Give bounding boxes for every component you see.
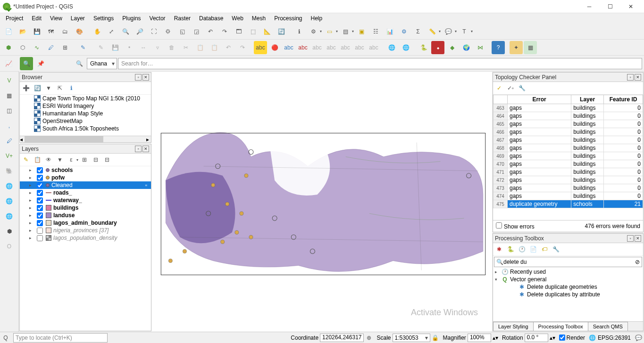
collapse-all-icon[interactable]: ⇱ — [55, 83, 65, 93]
label-props-icon[interactable]: abc — [367, 41, 380, 54]
deselect-icon[interactable]: ▣ — [355, 25, 368, 38]
quickosm-icon[interactable]: 🌐 — [385, 41, 398, 54]
text-annotation-icon[interactable]: T — [458, 25, 471, 38]
tree-item[interactable]: ▸🕐Recently used — [493, 268, 643, 276]
add-delimited-icon[interactable]: , — [2, 119, 17, 132]
expand-icon[interactable]: ▸ — [29, 190, 34, 195]
clear-search-icon[interactable]: ⊘ — [635, 259, 640, 265]
label-pin-icon[interactable]: abc — [296, 41, 309, 54]
new-print-layout-icon[interactable]: 🗺 — [44, 25, 58, 38]
scale-input[interactable]: 1:530053 — [393, 334, 430, 342]
expand-icon[interactable]: ▸ — [29, 213, 34, 218]
move-feature-icon[interactable]: ↔ — [137, 41, 150, 54]
browser-item[interactable]: South Africa 1:50k Toposheets — [20, 125, 151, 132]
expand-all-icon[interactable]: ⊞ — [79, 155, 90, 165]
new-geopackage-icon[interactable]: ⬡ — [16, 41, 29, 54]
menu-project[interactable]: Project — [2, 14, 27, 23]
menu-help[interactable]: Help — [307, 14, 326, 23]
add-mesh-icon[interactable]: ◫ — [2, 104, 17, 117]
minimize-button[interactable]: ─ — [579, 0, 600, 13]
browser-item[interactable]: OpenStreetMap — [20, 117, 151, 125]
tree-item[interactable]: ✱Delete duplicate geometries — [493, 283, 643, 291]
filter-browser-icon[interactable]: ▼ — [43, 83, 54, 93]
coord-input[interactable]: 120264,246317 — [320, 334, 364, 342]
tab-processing-toolbox[interactable]: Processing Toolbox — [533, 322, 588, 331]
add-oracle-icon[interactable]: O — [2, 240, 17, 253]
plugin-tool2-icon[interactable]: ▦ — [524, 41, 537, 54]
zoom-in-icon[interactable]: 🔍 — [119, 25, 132, 38]
zoom-full-icon[interactable]: ⛶ — [147, 25, 160, 38]
python-console-icon[interactable]: 🐍 — [417, 41, 430, 54]
menu-edit[interactable]: Edit — [28, 14, 45, 23]
statistics-icon[interactable]: Σ — [411, 25, 425, 38]
expand-icon[interactable]: ▸ — [29, 183, 34, 188]
new-map-view-icon[interactable]: 🗔 — [232, 25, 245, 38]
layer-visibility-checkbox[interactable] — [37, 235, 43, 241]
layer-item[interactable]: ▸roads_ — [20, 189, 151, 196]
topology-row[interactable]: 466gapsbuildings0 — [493, 128, 643, 136]
layer-item[interactable]: ▸landuse — [20, 212, 151, 219]
layers-undock-button[interactable]: ▫ — [135, 146, 142, 152]
select-by-value-icon[interactable]: ▤ — [339, 25, 352, 38]
plugin-globe-icon[interactable]: 🌍 — [460, 41, 473, 54]
crs-button[interactable]: 🌐EPSG:26391 — [589, 334, 631, 342]
plugin-red-icon[interactable]: ⬥ — [431, 41, 444, 54]
magnifier-input[interactable]: 100% — [468, 334, 491, 342]
history-icon[interactable]: 🕐 — [517, 244, 527, 254]
select-features-icon[interactable]: ▭ — [323, 25, 336, 38]
paste-features-icon[interactable]: 📋 — [208, 41, 221, 54]
new-shapefile-icon[interactable]: ∿ — [30, 41, 43, 54]
menu-vector[interactable]: Vector — [146, 14, 169, 23]
expand-icon[interactable]: ▸ — [29, 236, 34, 240]
locator-input[interactable]: Type to locate (Ctrl+K) — [13, 333, 108, 343]
country-combo[interactable]: Ghana — [87, 58, 117, 69]
col-layer[interactable]: Layer — [571, 95, 604, 104]
topology-row[interactable]: 463gapsbuildings0 — [493, 104, 643, 112]
toggle-extents-icon[interactable]: ⊕ — [365, 334, 373, 342]
measure-icon[interactable]: 📐 — [260, 25, 274, 38]
add-wfs-icon[interactable]: 🌐 — [2, 210, 17, 223]
layer-item[interactable]: ▸pofw — [20, 174, 151, 181]
measure-line-icon[interactable]: 📏 — [426, 25, 439, 38]
delete-selected-icon[interactable]: 🗑 — [165, 41, 178, 54]
add-feature-icon[interactable]: • — [123, 41, 136, 54]
layer-item[interactable]: ▸nigeria_provinces [37] — [20, 227, 151, 234]
browser-tree[interactable]: Cape Town Topo Map NGI 1:50k (2010ESRI W… — [20, 95, 151, 136]
show-errors-checkbox[interactable]: Show errors — [496, 222, 535, 230]
rotation-stepper[interactable]: ▴▾ — [550, 335, 555, 341]
manage-visibility-icon[interactable]: 👁 — [43, 155, 54, 165]
topology-table[interactable]: Error Layer Feature ID 463gapsbuildings0… — [493, 95, 643, 208]
expand-icon[interactable]: ▸ — [29, 175, 34, 180]
expression-filter-icon[interactable]: ε — [66, 155, 76, 165]
tree-item[interactable]: ✱Delete duplicates by attribute — [493, 291, 643, 298]
menu-database[interactable]: Database — [195, 14, 227, 23]
edits-icon[interactable]: ✎ — [76, 41, 90, 54]
locator-icon[interactable]: Q — [2, 334, 9, 342]
validate-all-icon[interactable]: ✓ — [494, 83, 504, 93]
action-icon[interactable]: ⚙ — [307, 25, 320, 38]
topology-close-button[interactable]: ✕ — [635, 74, 641, 81]
menu-mesh[interactable]: Mesh — [248, 14, 269, 23]
processing-tree[interactable]: ▸🕐Recently used▾QVector general✱Delete d… — [493, 268, 643, 321]
model-icon[interactable]: ✱ — [494, 244, 504, 254]
label-toolbar-icon[interactable]: abc — [254, 41, 267, 54]
script-icon[interactable]: 🐍 — [505, 244, 516, 254]
collapse-all-layers-icon[interactable]: ⊟ — [91, 155, 101, 165]
add-virtual-icon[interactable]: V+ — [2, 149, 17, 163]
layer-visibility-checkbox[interactable] — [37, 175, 43, 181]
tab-search-qms[interactable]: Search QMS — [588, 322, 628, 331]
properties-icon[interactable]: ℹ — [66, 83, 76, 93]
processing-undock-button[interactable]: ▫ — [627, 235, 634, 242]
show-layout-manager-icon[interactable]: 🗂 — [59, 25, 72, 38]
add-vector-icon[interactable]: V — [2, 74, 17, 87]
search-input[interactable]: Search for… — [118, 58, 642, 69]
topology-row[interactable]: 469gapsbuildings0 — [493, 152, 643, 160]
add-postgis-icon[interactable]: 🐘 — [2, 164, 17, 178]
zoom-native-icon[interactable]: ◲ — [190, 25, 203, 38]
zoom-out-icon[interactable]: 🔎 — [133, 25, 146, 38]
menu-plugins[interactable]: Plugins — [118, 14, 144, 23]
label-change-icon[interactable]: abc — [353, 41, 366, 54]
save-project-icon[interactable]: 💾 — [30, 25, 43, 38]
plugin-tool1-icon[interactable]: ✦ — [510, 41, 523, 54]
topology-row[interactable]: 471gapsbuildings0 — [493, 168, 643, 176]
